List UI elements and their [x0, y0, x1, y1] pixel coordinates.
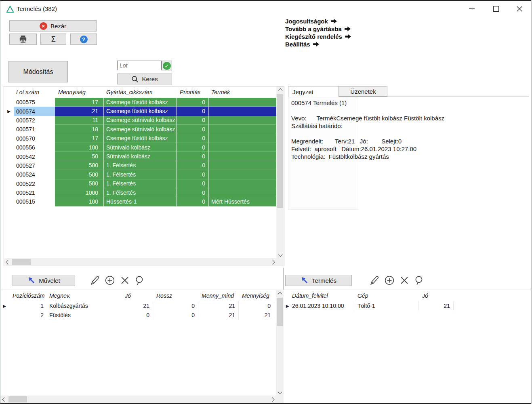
chevron-down-icon [278, 389, 282, 394]
table-row[interactable]: 000570 17 Csemege füstölt kolbász 0 [4, 134, 276, 143]
add-button[interactable] [104, 274, 116, 286]
table-row[interactable]: 000571 18 Csemege sütnivaló kolbász 0 [4, 125, 276, 134]
lot-table-header: Lot szám Mennyiség Gyártás_cikkszám Prio… [4, 86, 276, 98]
nav-link-tovabb-a-gyartasba[interactable]: Tovább a gyártásba [285, 25, 351, 33]
scrollbar-corner [276, 396, 284, 403]
table-row[interactable]: 000527 500 1. Félsertés 0 [4, 161, 276, 170]
lot-table-body: 000575 17 Csemege füstölt kolbász 0 ▶ 00… [4, 98, 276, 258]
row-indicator-icon [4, 116, 14, 125]
tab-strip-line [339, 97, 529, 97]
x-icon [120, 276, 129, 285]
row-indicator-icon [4, 152, 14, 161]
edit-button[interactable] [369, 274, 380, 286]
vertical-scrollbar[interactable] [276, 86, 284, 258]
row-indicator-icon [4, 170, 14, 179]
confirm-lot-button[interactable]: ✓ [162, 61, 172, 71]
nav-link-kiegeszito-rendeles[interactable]: Kiegészítő rendelés [285, 33, 351, 40]
chevron-up-icon [278, 88, 282, 93]
row-indicator-icon [4, 179, 14, 188]
row-indicator-icon [0, 311, 8, 320]
right-arrow-icon [331, 19, 337, 24]
printer-icon [19, 35, 27, 43]
close-icon [516, 6, 523, 12]
app-window: Termelés (382) × Bezár Σ ? Jogosultságok… [0, 0, 531, 404]
scroll-left-button[interactable] [0, 396, 8, 403]
col-header-datum: Dátum_felvitel [291, 292, 354, 299]
chevron-left-icon [6, 260, 10, 264]
minimize-button[interactable] [463, 3, 480, 15]
production-table-body: ▶ 26.01.2023 10:10:00 Töltő-1 21 [284, 301, 531, 403]
table-row[interactable]: ▶ 1 Kolbászgyártás 21 0 21 0 [0, 301, 276, 311]
up-left-arrow-icon [27, 276, 36, 284]
close-form-button[interactable]: × Bezár [9, 20, 97, 32]
scroll-up-button[interactable] [276, 86, 284, 94]
nav-links: Jogosultságok Tovább a gyártásba Kiegész… [285, 17, 351, 48]
chevron-left-icon [2, 397, 6, 402]
up-left-arrow-icon [301, 276, 309, 284]
close-window-button[interactable] [511, 3, 528, 15]
find-button[interactable] [414, 274, 425, 286]
table-row[interactable]: 000556 100 Sütnivaló kolbász 0 [4, 143, 276, 152]
plus-circle-icon [384, 275, 395, 286]
row-indicator-icon [4, 125, 14, 134]
scrollbar-thumb[interactable] [12, 259, 31, 265]
delete-button[interactable] [119, 274, 130, 286]
table-row[interactable]: 000572 11 Csemege sütnivaló kolbász 0 [4, 116, 276, 125]
lot-search-input[interactable] [117, 61, 162, 70]
delete-button[interactable] [399, 274, 410, 286]
col-header-pos: Pozíciószám [8, 292, 46, 299]
nav-link-beallitas[interactable]: Beállítás [285, 40, 351, 48]
chevron-up-icon [278, 292, 282, 296]
find-button[interactable] [134, 274, 145, 286]
pencil-icon [90, 275, 100, 286]
pencil-icon [369, 275, 380, 286]
scroll-right-button[interactable] [269, 258, 276, 266]
production-table: Dátum_felvitel Gép Jó ▶ 26.01.2023 10:10… [284, 290, 531, 403]
search-button[interactable]: Keres [117, 74, 172, 84]
operations-table: Pozíciószám Megnev. Jó Rossz Menny_mind … [0, 290, 284, 403]
operations-button[interactable]: Művelet [13, 275, 75, 286]
horizontal-scrollbar[interactable] [0, 396, 276, 403]
help-button[interactable]: ? [70, 34, 97, 45]
edit-button[interactable] [89, 274, 101, 286]
row-indicator-icon [4, 161, 14, 170]
table-row[interactable]: 2 Füstölés 0 0 21 21 [0, 311, 276, 320]
scroll-left-button[interactable] [4, 258, 12, 266]
scrollbar-thumb[interactable] [277, 94, 283, 208]
sigma-icon: Σ [51, 35, 55, 44]
print-button[interactable] [9, 34, 37, 45]
scroll-right-button[interactable] [268, 396, 276, 403]
tab-uzenetek[interactable]: Üzenetek [339, 86, 387, 97]
operations-table-header: Pozíciószám Megnev. Jó Rossz Menny_mind … [0, 290, 276, 301]
sum-button[interactable]: Σ [40, 34, 66, 45]
scrollbar-thumb[interactable] [277, 298, 283, 326]
table-row[interactable]: 000521 1000 1. Félsertés 0 [4, 188, 276, 197]
add-button[interactable] [384, 274, 395, 286]
search-label: Keres [142, 76, 158, 82]
window-title: Termelés (382) [17, 5, 57, 12]
table-row[interactable]: 000515 100 Hússertés-1 0 Mért Hússertés [4, 197, 276, 206]
scroll-down-button[interactable] [276, 250, 284, 258]
production-actions [369, 274, 425, 286]
scroll-down-button[interactable] [276, 388, 284, 396]
scrollbar-thumb[interactable] [8, 396, 27, 402]
modify-button[interactable]: Módosítás [8, 61, 68, 82]
production-button[interactable]: Termelés [285, 275, 352, 286]
row-indicator-icon [4, 143, 14, 152]
table-row[interactable]: ▶ 000574 21 Csemege füstölt kolbász 0 [4, 107, 276, 116]
table-row[interactable]: 000522 500 1. Félsertés 0 [4, 179, 276, 188]
tab-jegyzet[interactable]: Jegyzet [288, 86, 339, 97]
table-row[interactable]: 000542 50 Sütnivaló kolbász 0 [4, 152, 276, 161]
horizontal-scrollbar[interactable] [4, 258, 276, 266]
table-row[interactable]: ▶ 26.01.2023 10:10:00 Töltő-1 21 [284, 301, 531, 311]
scroll-up-button[interactable] [276, 290, 284, 298]
vertical-scrollbar[interactable] [276, 290, 284, 396]
nav-link-jogosultsagok[interactable]: Jogosultságok [285, 17, 351, 25]
maximize-button[interactable] [488, 3, 505, 15]
right-arrow-icon [345, 26, 351, 32]
operations-table-body: ▶ 1 Kolbászgyártás 21 0 21 0 2 Füstölés … [0, 301, 276, 396]
table-row[interactable]: 000575 17 Csemege füstölt kolbász 0 [4, 98, 276, 107]
x-icon [400, 276, 409, 285]
table-row[interactable]: 000524 500 1. Félsertés 0 [4, 170, 276, 179]
row-indicator-icon [4, 98, 14, 107]
